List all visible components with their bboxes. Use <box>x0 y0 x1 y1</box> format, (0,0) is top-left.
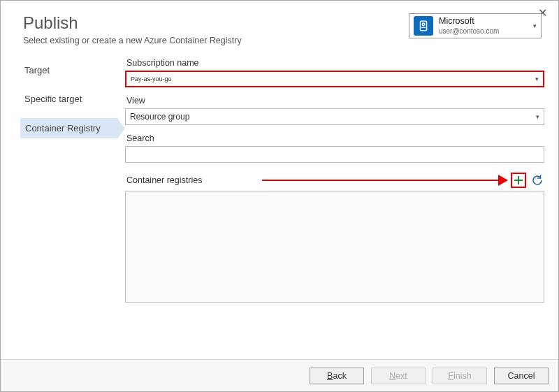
chevron-down-icon: ▾ <box>533 22 537 29</box>
registries-listbox[interactable] <box>125 191 544 303</box>
account-email: user@contoso.com <box>439 27 499 36</box>
form-panel: Subscription name Pay-as-you-go ▾ View R… <box>118 58 544 303</box>
search-label: Search <box>126 133 544 143</box>
subscription-dropdown[interactable]: Pay-as-you-go ▾ <box>125 71 544 87</box>
refresh-icon <box>531 174 544 187</box>
annotation-arrow <box>206 177 502 184</box>
chevron-down-icon: ▾ <box>536 113 539 120</box>
dialog-footer: Back Next Finish Cancel <box>1 359 558 391</box>
subscription-label: Subscription name <box>126 58 544 68</box>
svg-point-1 <box>422 23 424 25</box>
dialog-header: Publish Select existing or create a new … <box>1 1 558 51</box>
refresh-button[interactable] <box>530 173 544 187</box>
nav-item-specific-target[interactable]: Specific target <box>20 89 118 108</box>
nav-item-target[interactable]: Target <box>20 61 118 80</box>
subscription-value: Pay-as-you-go <box>131 75 172 82</box>
view-value: Resource group <box>130 112 189 122</box>
cancel-button[interactable]: Cancel <box>494 368 549 384</box>
account-text: Microsoft user@contoso.com <box>439 16 499 36</box>
finish-button: Finish <box>433 368 487 384</box>
search-input[interactable] <box>125 146 544 163</box>
next-button: Next <box>371 368 426 384</box>
account-selector[interactable]: Microsoft user@contoso.com ▾ <box>409 13 542 38</box>
page-subtitle: Select existing or create a new Azure Co… <box>23 36 242 45</box>
account-name: Microsoft <box>439 16 499 27</box>
page-title: Publish <box>23 13 242 33</box>
registries-label: Container registries <box>126 175 202 185</box>
view-dropdown[interactable]: Resource group ▾ <box>125 108 544 125</box>
chevron-down-icon: ▾ <box>535 75 539 82</box>
account-icon <box>414 16 433 36</box>
view-label: View <box>126 96 544 106</box>
wizard-nav: Target Specific target Container Registr… <box>20 58 118 148</box>
back-button[interactable]: Back <box>310 368 364 384</box>
plus-icon <box>514 175 523 185</box>
add-registry-button[interactable] <box>511 173 526 188</box>
nav-item-container-registry[interactable]: Container Registry <box>20 118 118 138</box>
